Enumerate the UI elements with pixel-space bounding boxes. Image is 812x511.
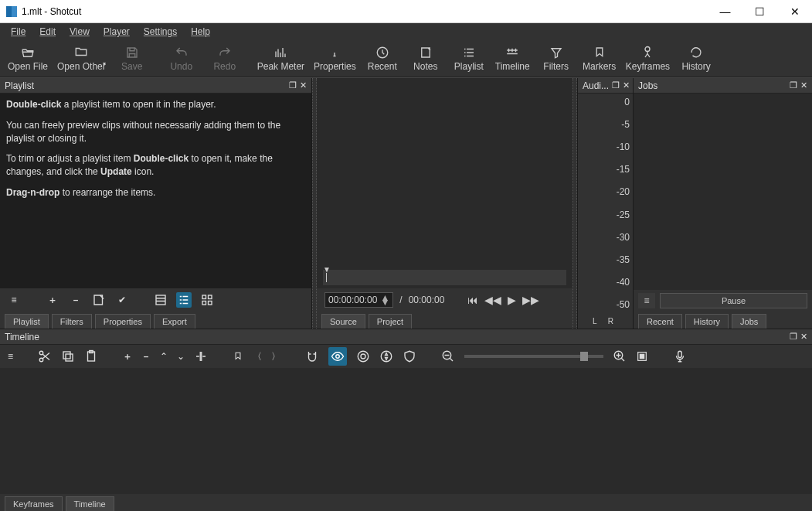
ripple-all-button[interactable] bbox=[379, 349, 393, 363]
peak-meter-button[interactable]: Peak Meter bbox=[253, 44, 309, 73]
history-button[interactable]: History bbox=[674, 44, 718, 73]
keyframes-button[interactable]: Keyframes bbox=[621, 44, 674, 73]
rewind-button[interactable]: ◀◀ bbox=[484, 294, 501, 306]
zoom-slider-thumb[interactable] bbox=[580, 352, 588, 361]
next-marker-button[interactable]: 〉 bbox=[271, 350, 280, 363]
timecode-separator: / bbox=[399, 295, 402, 305]
window-minimize-button[interactable]: — bbox=[708, 0, 742, 22]
jobs-close-button[interactable]: ✕ bbox=[800, 80, 807, 90]
audio-close-button[interactable]: ✕ bbox=[623, 80, 630, 90]
playlist-apply-button[interactable]: ✔ bbox=[114, 292, 130, 308]
tab-project[interactable]: Project bbox=[369, 314, 412, 329]
tab-source[interactable]: Source bbox=[321, 314, 365, 329]
playlist-view-grid-button[interactable] bbox=[199, 292, 215, 308]
cut-button[interactable] bbox=[38, 349, 52, 363]
window-title: 1.mlt - Shotcut bbox=[22, 6, 708, 17]
playlist-close-button[interactable]: ✕ bbox=[300, 80, 307, 90]
menu-edit[interactable]: Edit bbox=[33, 25, 62, 39]
skip-previous-button[interactable]: ⏮ bbox=[467, 294, 478, 306]
window-maximize-button[interactable]: ☐ bbox=[742, 0, 777, 22]
properties-button[interactable]: Properties bbox=[309, 44, 361, 73]
menu-file[interactable]: File bbox=[5, 25, 32, 39]
menu-settings[interactable]: Settings bbox=[138, 25, 183, 39]
preview-canvas[interactable] bbox=[317, 78, 572, 265]
timeline-label: Timeline bbox=[495, 61, 530, 72]
prev-marker-button[interactable]: 〈 bbox=[253, 350, 262, 363]
menu-view[interactable]: View bbox=[63, 25, 96, 39]
playlist-view-detailed-button[interactable] bbox=[153, 292, 168, 308]
timeline-button[interactable]: Timeline bbox=[491, 44, 535, 73]
lift-button[interactable]: ⌃ bbox=[160, 351, 168, 362]
clipboard-icon bbox=[84, 349, 98, 363]
tab-playlist[interactable]: Playlist bbox=[5, 314, 49, 329]
playlist-view-list-button[interactable] bbox=[176, 292, 192, 308]
playlist-add-button[interactable]: ＋ bbox=[45, 292, 60, 308]
tab-history[interactable]: History bbox=[685, 314, 729, 329]
scrub-while-drag-button[interactable] bbox=[328, 347, 347, 366]
funnel-icon bbox=[549, 46, 563, 60]
notes-button[interactable]: Notes bbox=[404, 44, 447, 73]
properties-label: Properties bbox=[314, 61, 356, 72]
tab-timeline[interactable]: Timeline bbox=[66, 496, 114, 511]
fast-forward-button[interactable]: ▶▶ bbox=[522, 294, 539, 306]
player-tabs: Source Project bbox=[317, 312, 572, 329]
window-close-button[interactable]: ✕ bbox=[777, 0, 812, 22]
overwrite-button[interactable]: ⌄ bbox=[177, 351, 185, 362]
audio-scale: 0-5-10-15-20-25-30-35-40-50 bbox=[617, 97, 630, 310]
scrub-bar[interactable]: ▼ bbox=[317, 265, 572, 288]
zoom-slider[interactable] bbox=[464, 355, 603, 358]
remove-button[interactable]: － bbox=[141, 350, 151, 363]
zoom-out-button[interactable] bbox=[441, 349, 455, 363]
recent-button[interactable]: Recent bbox=[361, 44, 404, 73]
zoom-fit-button[interactable] bbox=[636, 350, 648, 363]
audio-undock-button[interactable]: ❐ bbox=[612, 80, 620, 90]
snap-button[interactable] bbox=[305, 349, 319, 363]
playlist-undock-button[interactable]: ❐ bbox=[289, 80, 297, 90]
jobs-undock-button[interactable]: ❐ bbox=[790, 80, 797, 90]
markers-button[interactable]: Markers bbox=[578, 44, 621, 73]
jobs-menu-button[interactable]: ≡ bbox=[638, 293, 655, 308]
record-audio-button[interactable] bbox=[673, 349, 687, 363]
tab-jobs[interactable]: Jobs bbox=[732, 314, 766, 329]
current-timecode-field[interactable]: 00:00:00:00▲▼ bbox=[324, 292, 393, 308]
timeline-close-button[interactable]: ✕ bbox=[800, 332, 807, 342]
playlist-update-button[interactable] bbox=[91, 292, 107, 308]
playlist-menu-button[interactable]: ≡ bbox=[6, 292, 22, 308]
tab-export[interactable]: Export bbox=[154, 314, 195, 329]
svg-rect-9 bbox=[66, 354, 73, 361]
total-timecode: 00:00:00 bbox=[409, 295, 445, 305]
zoom-in-button[interactable] bbox=[613, 349, 627, 363]
tab-recent[interactable]: Recent bbox=[638, 314, 682, 329]
tab-filters[interactable]: Filters bbox=[52, 314, 92, 329]
ripple-button[interactable] bbox=[356, 349, 370, 363]
open-file-button[interactable]: Open File bbox=[3, 44, 53, 73]
play-button[interactable]: ▶ bbox=[508, 294, 516, 306]
menu-help[interactable]: Help bbox=[185, 25, 216, 39]
marker-add-button[interactable] bbox=[233, 351, 243, 362]
jobs-pause-button[interactable]: Pause bbox=[660, 293, 807, 308]
timeline-menu-button[interactable]: ≡ bbox=[8, 351, 13, 362]
split-button[interactable] bbox=[194, 349, 208, 363]
paste-button[interactable] bbox=[84, 349, 98, 363]
open-other-button[interactable]: Open Other▾ bbox=[53, 43, 110, 73]
ripple-markers-button[interactable] bbox=[403, 349, 416, 363]
copy-button[interactable] bbox=[61, 349, 75, 363]
filters-button[interactable]: Filters bbox=[535, 44, 578, 73]
timecode-spinner[interactable]: ▲▼ bbox=[380, 295, 389, 305]
append-button[interactable]: ＋ bbox=[123, 350, 132, 363]
undo-button[interactable]: Undo bbox=[160, 44, 203, 73]
svg-rect-20 bbox=[640, 354, 644, 358]
playlist-remove-button[interactable]: － bbox=[68, 292, 83, 308]
undo-icon bbox=[175, 46, 189, 60]
copy-icon bbox=[61, 349, 75, 363]
tab-properties[interactable]: Properties bbox=[95, 314, 151, 329]
save-button[interactable]: Save bbox=[110, 44, 154, 73]
timeline-undock-button[interactable]: ❐ bbox=[790, 332, 797, 342]
tab-keyframes[interactable]: Keyframes bbox=[5, 496, 63, 511]
timeline-tracks-area[interactable] bbox=[0, 368, 812, 494]
playlist-button[interactable]: Playlist bbox=[447, 44, 491, 73]
magnet-icon bbox=[305, 349, 319, 363]
folder-icon bbox=[74, 45, 88, 59]
menu-player[interactable]: Player bbox=[97, 25, 136, 39]
redo-button[interactable]: Redo bbox=[203, 44, 246, 73]
